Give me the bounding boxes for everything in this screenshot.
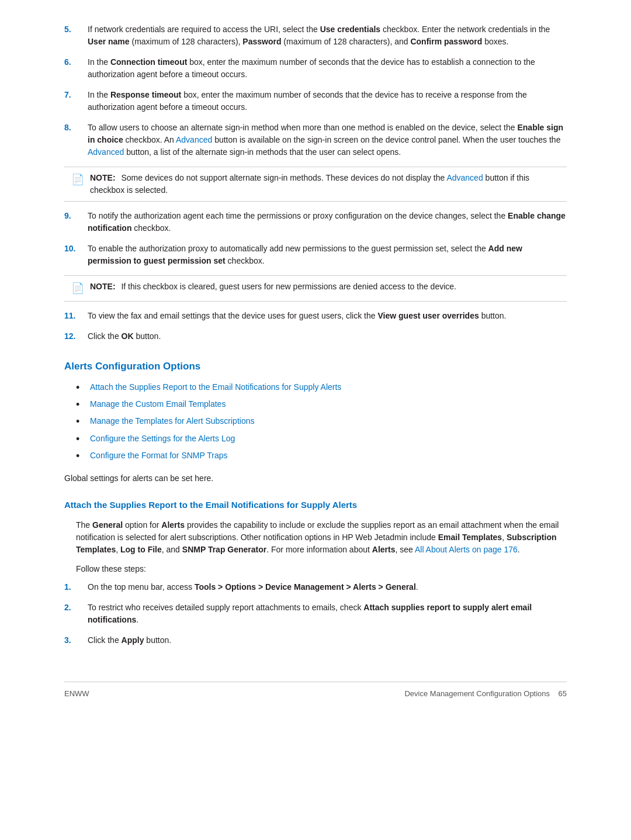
attach-bold-email-templates: Email Templates — [438, 533, 502, 542]
bullet-item-4: • Configure the Settings for the Alerts … — [76, 433, 567, 446]
step-5: 5. If network credentials are required t… — [64, 23, 567, 48]
alerts-link-4[interactable]: Configure the Settings for the Alerts Lo… — [90, 433, 235, 445]
attach-step-3-number: 3. — [64, 634, 88, 647]
attach-step-1: 1. On the top menu bar, access Tools > O… — [64, 581, 567, 593]
note-icon-1: 📄 — [71, 172, 85, 188]
attach-step-3-content: Click the Apply button. — [88, 634, 567, 647]
advanced-link-note[interactable]: Advanced — [446, 173, 483, 182]
step-12-content: Click the OK button. — [88, 330, 567, 343]
alerts-link-5[interactable]: Configure the Format for SNMP Traps — [90, 450, 228, 462]
step-6-content: In the Connection timeout box, enter the… — [88, 56, 567, 81]
step-5-content: If network credentials are required to a… — [88, 23, 567, 48]
step-5-bold1: Use credentials — [320, 25, 381, 34]
footer-right: Device Management Configuration Options … — [404, 688, 567, 700]
note-1-label: NOTE: — [90, 173, 116, 182]
step-11-number: 11. — [64, 310, 88, 322]
step-10-content: To enable the authorization proxy to aut… — [88, 243, 567, 267]
step-6-number: 6. — [64, 56, 88, 68]
note-1-text: NOTE: Some devices do not support altern… — [90, 172, 560, 196]
footer-left: ENWW — [64, 688, 89, 700]
note-2-label: NOTE: — [90, 282, 116, 291]
step-10-bold: Add new permission to guest permission s… — [88, 244, 522, 265]
step-8-bold: Enable sign in choice — [88, 123, 563, 144]
step-8: 8. To allow users to choose an alternate… — [64, 122, 567, 158]
step-5-number: 5. — [64, 23, 88, 36]
attach-step-2-bold: Attach supplies report to supply alert e… — [88, 603, 532, 624]
step-12-bold: OK — [122, 331, 134, 341]
bullet-dot-1: • — [76, 381, 85, 395]
bullet-dot-3: • — [76, 415, 85, 428]
attach-bold-general: General — [92, 520, 123, 530]
step-5-bold3: Password — [242, 37, 281, 46]
follow-steps-label: Follow these steps: — [64, 563, 567, 575]
step-6: 6. In the Connection timeout box, enter … — [64, 56, 567, 81]
step-9-bold: Enable change notification — [88, 211, 566, 233]
attach-step-3-bold: Apply — [122, 635, 144, 645]
alerts-section-heading: Alerts Configuration Options — [64, 359, 567, 374]
step-9: 9. To notify the authorization agent eac… — [64, 210, 567, 234]
step-8-content: To allow users to choose an alternate si… — [88, 122, 567, 158]
bullet-item-1: • Attach the Supplies Report to the Emai… — [76, 381, 567, 395]
bullet-dot-5: • — [76, 450, 85, 463]
global-note: Global settings for alerts can be set he… — [64, 472, 567, 485]
step-10-number: 10. — [64, 243, 88, 255]
bullet-item-5: • Configure the Format for SNMP Traps — [76, 450, 567, 463]
step-9-number: 9. — [64, 210, 88, 222]
step-10: 10. To enable the authorization proxy to… — [64, 243, 567, 267]
step-8-number: 8. — [64, 122, 88, 134]
attach-step-1-bold: Tools > Options > Device Management > Al… — [195, 582, 416, 592]
step-6-bold: Connection timeout — [110, 57, 187, 67]
attach-step-1-number: 1. — [64, 581, 88, 593]
alerts-bullet-list: • Attach the Supplies Report to the Emai… — [76, 381, 567, 464]
attach-bold-alerts2: Alerts — [372, 545, 396, 554]
bullet-dot-4: • — [76, 433, 85, 446]
attach-step-2-number: 2. — [64, 602, 88, 614]
note-box-2: 📄 NOTE: If this checkbox is cleared, gue… — [64, 275, 567, 302]
attach-desc: The General option for Alerts provides t… — [64, 519, 567, 556]
step-12: 12. Click the OK button. — [64, 330, 567, 343]
attach-step-1-content: On the top menu bar, access Tools > Opti… — [88, 581, 567, 593]
page-container: 5. If network credentials are required t… — [64, 23, 567, 699]
note-icon-2: 📄 — [71, 281, 85, 296]
step-11-bold: View guest user overrides — [377, 311, 479, 320]
attach-step-2: 2. To restrict who receives detailed sup… — [64, 602, 567, 626]
advanced-link-2[interactable]: Advanced — [88, 147, 124, 157]
step-5-bold2: User name — [88, 37, 130, 46]
attach-section-heading: Attach the Supplies Report to the Email … — [64, 499, 567, 512]
attach-bold-snmp: SNMP Trap Generator — [182, 545, 266, 554]
attach-bold-alerts: Alerts — [161, 520, 185, 530]
attach-bold-log: Log to File — [120, 545, 162, 554]
note-box-1: 📄 NOTE: Some devices do not support alte… — [64, 167, 567, 202]
attach-step-3: 3. Click the Apply button. — [64, 634, 567, 647]
step-7-number: 7. — [64, 89, 88, 101]
page-footer: ENWW Device Management Configuration Opt… — [64, 682, 567, 700]
alerts-link-3[interactable]: Manage the Templates for Alert Subscript… — [90, 415, 254, 427]
note-2-text: NOTE: If this checkbox is cleared, guest… — [90, 281, 456, 293]
bullet-item-3: • Manage the Templates for Alert Subscri… — [76, 415, 567, 428]
bullet-dot-2: • — [76, 398, 85, 412]
all-about-alerts-link[interactable]: All About Alerts on page 176 — [415, 545, 518, 554]
alerts-link-2[interactable]: Manage the Custom Email Templates — [90, 398, 226, 410]
attach-step-2-content: To restrict who receives detailed supply… — [88, 602, 567, 626]
step-7-bold: Response timeout — [110, 90, 181, 99]
step-11: 11. To view the fax and email settings t… — [64, 310, 567, 322]
step-9-content: To notify the authorization agent each t… — [88, 210, 567, 234]
advanced-link-1[interactable]: Advanced — [176, 135, 212, 144]
step-7: 7. In the Response timeout box, enter th… — [64, 89, 567, 113]
bullet-item-2: • Manage the Custom Email Templates — [76, 398, 567, 412]
step-7-content: In the Response timeout box, enter the m… — [88, 89, 567, 113]
step-11-content: To view the fax and email settings that … — [88, 310, 567, 322]
step-12-number: 12. — [64, 330, 88, 343]
step-5-bold4: Confirm password — [410, 37, 482, 46]
alerts-link-1[interactable]: Attach the Supplies Report to the Email … — [90, 381, 341, 393]
